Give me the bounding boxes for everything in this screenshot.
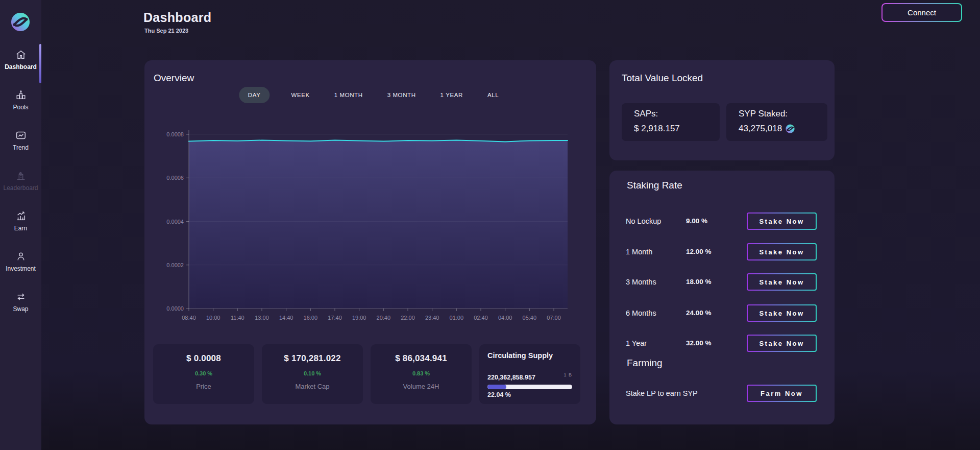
svg-text:08:40: 08:40: [182, 315, 196, 321]
investment-icon: [15, 251, 27, 262]
svg-text:07:00: 07:00: [547, 315, 561, 321]
stake-now-button[interactable]: Stake Now: [747, 304, 817, 322]
chart-canvas: 0.00000.00020.00040.00060.000808:4010:00…: [155, 111, 576, 330]
tab-week[interactable]: WEEK: [288, 87, 312, 103]
price-area-chart: 0.00000.00020.00040.00060.000808:4010:00…: [155, 111, 576, 330]
stat-label: Market Cap: [262, 383, 363, 390]
stat-label: Volume 24H: [371, 383, 472, 390]
stake-now-button[interactable]: Stake Now: [747, 212, 817, 230]
overview-panel: Overview DAY WEEK 1 MONTH 3 MONTH 1 YEAR…: [144, 60, 596, 424]
earn-icon: [15, 210, 27, 222]
connect-wallet-button[interactable]: Connect: [881, 3, 962, 22]
stake-now-button[interactable]: Stake Now: [747, 273, 817, 291]
svg-text:14:40: 14:40: [279, 315, 293, 321]
supply-percent: 22.04 %: [487, 391, 511, 398]
farming-description: Stake LP to earn SYP: [626, 385, 698, 402]
farm-now-button[interactable]: Farm Now: [747, 385, 817, 402]
tvl-title: Total Value Locked: [622, 73, 703, 84]
app-logo-icon: [11, 12, 30, 32]
supply-max-label: 1 B: [564, 372, 572, 377]
stat-change-badge: 0.30 %: [153, 370, 254, 376]
svg-text:22:00: 22:00: [401, 315, 415, 321]
svg-text:0.0002: 0.0002: [166, 262, 184, 268]
stat-change-badge: 0.10 %: [262, 370, 363, 376]
stake-now-button[interactable]: Stake Now: [747, 243, 817, 260]
svg-text:10:00: 10:00: [206, 315, 220, 321]
staking-rate: 9.00 %: [686, 212, 707, 230]
staking-row-no-lockup: No Lockup 9.00 % Stake Now: [609, 212, 835, 230]
sidebar-item-label: Leaderboard: [3, 184, 38, 192]
saps-label: SAPs:: [634, 109, 658, 119]
staking-rate: 12.00 %: [686, 243, 712, 260]
svg-text:13:00: 13:00: [255, 315, 269, 321]
svg-text:20:40: 20:40: [377, 315, 391, 321]
tab-day[interactable]: DAY: [239, 87, 270, 103]
trend-icon: [15, 130, 27, 141]
tab-1-year[interactable]: 1 YEAR: [437, 87, 466, 103]
staking-row-1-year: 1 Year 32.00 % Stake Now: [609, 335, 835, 352]
stat-card-price: $ 0.0008 0.30 % Price: [153, 344, 254, 404]
sidebar-item-pools[interactable]: Pools: [0, 89, 41, 111]
svg-text:01:00: 01:00: [450, 315, 464, 321]
svg-text:23:40: 23:40: [425, 315, 439, 321]
svg-text:0.0000: 0.0000: [166, 305, 184, 312]
sidebar-item-label: Investment: [6, 265, 36, 272]
svg-text:11:40: 11:40: [231, 315, 244, 321]
sidebar-item-dashboard[interactable]: Dashboard: [0, 49, 41, 70]
app-root: Dashboard Pools Trend Leaderboard: [0, 0, 980, 450]
stat-change-badge: 0.83 %: [371, 370, 472, 376]
swap-icon: [15, 291, 27, 302]
supply-progress-bar: [487, 385, 572, 389]
syp-staked-value: 43,275,018: [739, 124, 795, 134]
sidebar-item-label: Dashboard: [5, 63, 37, 70]
staking-rate: 32.00 %: [686, 335, 712, 352]
svg-text:17:40: 17:40: [328, 315, 342, 321]
sidebar-item-earn[interactable]: Earn: [0, 210, 41, 232]
tab-3-month[interactable]: 3 MONTH: [384, 87, 419, 103]
syp-staked-label: SYP Staked:: [739, 109, 788, 119]
svg-text:0.0004: 0.0004: [166, 219, 184, 225]
page-title: Dashboard: [143, 10, 211, 25]
stat-card-volume: $ 86,034.941 0.83 % Volume 24H: [371, 344, 472, 404]
svg-text:0.0008: 0.0008: [166, 131, 184, 137]
stat-card-circulating-supply: Circulating Supply 220,362,858.957 1 B 2…: [479, 344, 580, 404]
stake-now-button[interactable]: Stake Now: [747, 335, 817, 352]
farming-title: Farming: [627, 358, 663, 369]
stat-value: $ 86,034.941: [371, 353, 472, 364]
staking-panel: Staking Rate No Lockup 9.00 % Stake Now …: [609, 171, 835, 424]
staking-title: Staking Rate: [627, 180, 682, 191]
leaderboard-icon: [15, 170, 27, 181]
staking-term: 1 Year: [626, 335, 647, 352]
tvl-syp-card: SYP Staked: 43,275,018: [726, 103, 827, 141]
tvl-saps-card: SAPs: $ 2,918.157: [622, 103, 720, 141]
tab-1-month[interactable]: 1 MONTH: [331, 87, 366, 103]
sidebar-item-investment[interactable]: Investment: [0, 251, 41, 272]
farming-row: Stake LP to earn SYP Farm Now: [609, 385, 835, 402]
syp-staked-amount: 43,275,018: [739, 124, 782, 134]
sidebar-item-trend[interactable]: Trend: [0, 130, 41, 151]
stats-row: $ 0.0008 0.30 % Price $ 170,281.022 0.10…: [153, 344, 580, 404]
svg-text:19:00: 19:00: [352, 315, 366, 321]
syp-coin-icon: [786, 124, 795, 133]
page-date: Thu Sep 21 2023: [144, 28, 188, 34]
sidebar-item-label: Earn: [14, 225, 27, 232]
sidebar-item-swap[interactable]: Swap: [0, 291, 41, 313]
supply-progress-fill: [487, 385, 506, 389]
staking-term: No Lockup: [626, 212, 661, 230]
svg-text:0.0006: 0.0006: [166, 175, 184, 181]
staking-rate: 18.00 %: [686, 273, 712, 291]
saps-value: $ 2,918.157: [634, 124, 680, 134]
sidebar-item-leaderboard[interactable]: Leaderboard: [0, 170, 41, 192]
sidebar-nav: Dashboard Pools Trend Leaderboard: [0, 49, 41, 313]
sidebar-item-label: Swap: [13, 305, 28, 313]
pools-icon: [15, 89, 27, 101]
stat-label: Price: [153, 383, 254, 390]
overview-title: Overview: [154, 73, 194, 84]
supply-title: Circulating Supply: [487, 351, 553, 360]
svg-text:05:40: 05:40: [523, 315, 537, 321]
svg-text:16:00: 16:00: [304, 315, 318, 321]
tab-all[interactable]: ALL: [484, 87, 502, 103]
svg-text:04:00: 04:00: [498, 315, 512, 321]
sidebar: Dashboard Pools Trend Leaderboard: [0, 0, 41, 450]
sidebar-item-label: Trend: [13, 144, 29, 151]
